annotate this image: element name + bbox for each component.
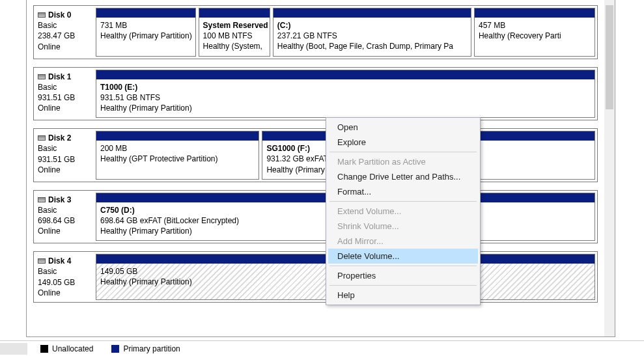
disk-info[interactable]: Disk 3Basic698.64 GBOnline: [34, 191, 96, 243]
disk-status: Online: [38, 42, 92, 52]
volume-context-menu[interactable]: Open Explore Mark Partition as Active Ch…: [326, 117, 481, 305]
partition-color-bar: [96, 70, 595, 79]
disk-row[interactable]: Disk 2Basic931.51 GBOnline200 MBHealthy …: [33, 128, 598, 182]
partition-status: Healthy (Boot, Page File, Crash Dump, Pr…: [277, 41, 467, 51]
partition[interactable]: 457 MBHealthy (Recovery Parti: [474, 8, 595, 57]
disk-icon: [38, 258, 46, 264]
disk-type: Basic: [38, 20, 92, 31]
disk-info[interactable]: Disk 2Basic931.51 GBOnline: [34, 129, 96, 182]
partition[interactable]: 731 MBHealthy (Primary Partition): [96, 8, 196, 57]
partition-color-bar: [96, 131, 259, 141]
partition-color-bar: [273, 8, 471, 18]
partition-size: 931.51 GB NTFS: [100, 92, 591, 103]
disk-row[interactable]: Disk 4Basic149.05 GBOnline149.05 GBHealt…: [33, 251, 598, 303]
menu-delete-volume[interactable]: Delete Volume...: [328, 249, 478, 264]
partition[interactable]: 200 MBHealthy (GPT Protective Partition): [96, 131, 259, 180]
partition-size: 100 MB NTFS: [203, 31, 266, 41]
scrollbar-thumb[interactable]: [606, 5, 613, 109]
partition-status: Healthy (Primary Partition): [100, 103, 591, 113]
menu-open[interactable]: Open: [328, 120, 478, 135]
disk-type: Basic: [38, 143, 92, 154]
disk-name: Disk 4: [48, 256, 71, 266]
partition[interactable]: System Reserved100 MB NTFSHealthy (Syste…: [199, 8, 270, 57]
partition-status: Healthy (Primary Partition): [100, 31, 191, 41]
partition-status: Healthy (System,: [203, 41, 266, 51]
disk-icon: [38, 135, 46, 141]
disk-row[interactable]: Disk 3Basic698.64 GBOnlineC750 (D:)698.6…: [33, 190, 598, 244]
disk-management-panel: Disk 0Basic238.47 GBOnline731 MBHealthy …: [26, 0, 615, 337]
disk-name: Disk 2: [48, 133, 71, 143]
vertical-scrollbar[interactable]: [604, 0, 615, 336]
menu-separator: [329, 285, 477, 286]
legend-unallocated: Unallocated: [31, 344, 102, 353]
disk-status: Online: [38, 165, 92, 175]
disk-size: 149.05 GB: [38, 277, 92, 288]
partition-color-bar: [199, 8, 270, 18]
partition-title: (C:): [277, 20, 467, 31]
partition-size: 731 MB: [100, 20, 191, 31]
partition-color-bar: [96, 8, 195, 18]
disk-name: Disk 0: [48, 10, 71, 20]
disk-icon: [38, 74, 46, 79]
menu-mark-active[interactable]: Mark Partition as Active: [328, 154, 478, 169]
partition-title: T1000 (E:): [100, 82, 591, 92]
legend-primary: Primary partition: [102, 344, 189, 353]
partition[interactable]: (C:)237.21 GB NTFSHealthy (Boot, Page Fi…: [273, 8, 471, 57]
menu-separator: [329, 152, 477, 152]
partition-size: 237.21 GB NTFS: [277, 31, 467, 41]
partition-size: 200 MB: [100, 143, 255, 154]
disk-list: Disk 0Basic238.47 GBOnline731 MBHealthy …: [27, 0, 604, 336]
menu-separator: [329, 201, 477, 202]
legend-unallocated-label: Unallocated: [52, 344, 93, 353]
disk-info[interactable]: Disk 1Basic931.51 GBOnline: [34, 68, 96, 120]
partition-container: T1000 (E:)931.51 GB NTFSHealthy (Primary…: [96, 68, 597, 120]
disk-icon: [38, 12, 46, 18]
partition[interactable]: T1000 (E:)931.51 GB NTFSHealthy (Primary…: [96, 70, 595, 118]
legend-primary-label: Primary partition: [123, 344, 180, 353]
disk-status: Online: [38, 288, 92, 298]
disk-type: Basic: [38, 266, 92, 277]
menu-explore[interactable]: Explore: [328, 135, 478, 150]
disk-row[interactable]: Disk 0Basic238.47 GBOnline731 MBHealthy …: [33, 5, 598, 59]
disk-name: Disk 3: [48, 195, 71, 205]
menu-add-mirror[interactable]: Add Mirror...: [328, 234, 478, 249]
status-segment: [0, 343, 27, 355]
disk-size: 698.64 GB: [38, 215, 92, 226]
menu-properties[interactable]: Properties: [328, 268, 478, 283]
legend-bar: Unallocated Primary partition: [0, 340, 644, 356]
partition-size: 457 MB: [479, 20, 591, 31]
menu-extend-volume[interactable]: Extend Volume...: [328, 204, 478, 219]
menu-help[interactable]: Help: [328, 288, 478, 303]
disk-size: 238.47 GB: [38, 31, 92, 41]
menu-shrink-volume[interactable]: Shrink Volume...: [328, 219, 478, 234]
partition-color-bar: [475, 8, 595, 18]
disk-info[interactable]: Disk 4Basic149.05 GBOnline: [34, 252, 96, 302]
disk-type: Basic: [38, 205, 92, 215]
partition-container: 731 MBHealthy (Primary Partition)System …: [96, 6, 597, 59]
swatch-unallocated: [40, 345, 48, 353]
disk-info[interactable]: Disk 0Basic238.47 GBOnline: [34, 6, 96, 59]
partition-status: Healthy (Recovery Parti: [479, 31, 591, 41]
disk-size: 931.51 GB: [38, 154, 92, 165]
swatch-primary: [111, 345, 119, 353]
disk-size: 931.51 GB: [38, 92, 92, 103]
partition-status: Healthy (GPT Protective Partition): [100, 154, 255, 164]
disk-icon: [38, 197, 46, 202]
menu-format[interactable]: Format...: [328, 184, 478, 199]
disk-type: Basic: [38, 82, 92, 92]
disk-row[interactable]: Disk 1Basic931.51 GBOnlineT1000 (E:)931.…: [33, 67, 598, 121]
partition-title: System Reserved: [203, 20, 266, 31]
disk-status: Online: [38, 226, 92, 236]
menu-change-letter[interactable]: Change Drive Letter and Paths...: [328, 169, 478, 184]
disk-status: Online: [38, 103, 92, 113]
menu-separator: [329, 266, 477, 266]
disk-name: Disk 1: [48, 72, 71, 82]
